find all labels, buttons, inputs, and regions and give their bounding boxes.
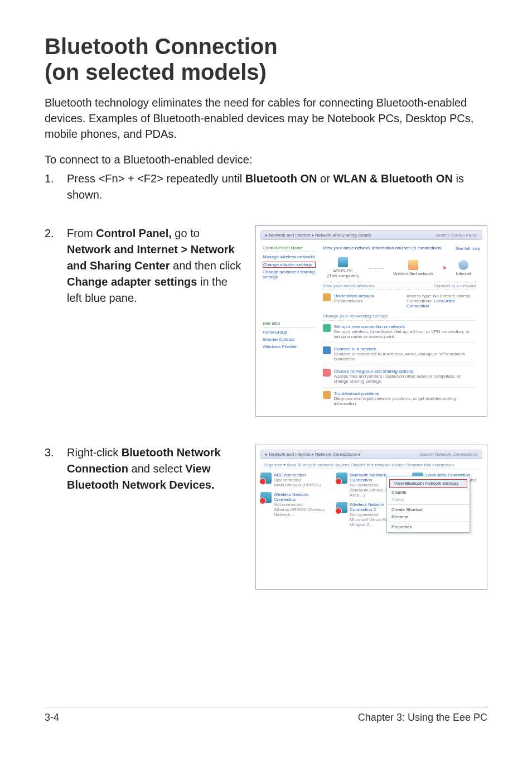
conn-label: Connections: (407, 298, 433, 303)
ctx-divider (387, 504, 470, 505)
computer-icon (338, 257, 348, 267)
left-sidebar: Control Panel Home Manage wireless netwo… (260, 243, 318, 354)
step-2-row: 2. From Control Panel, go to Network and… (45, 225, 487, 417)
sidebar-header: Control Panel Home (263, 245, 316, 252)
ctx-properties[interactable]: Properties (387, 523, 470, 531)
step-3-t1: and select (128, 462, 185, 475)
breadcrumb[interactable]: ▸ Network and Internet ▸ Network and Sha… (265, 233, 371, 238)
active-type: Public network (334, 298, 403, 303)
node-internet: Internet (456, 260, 471, 276)
screenshot-network-connections: ▸ Network and Internet ▸ Network Connect… (255, 445, 487, 590)
step-3-pre: Right-click (67, 446, 122, 459)
section-troubleshoot[interactable]: Troubleshoot problemsDiagnose and repair… (323, 387, 476, 409)
active-network-block: Unidentified network Public network Acce… (323, 290, 476, 312)
sidebar-link-manage-wireless[interactable]: Manage wireless networks (263, 254, 316, 260)
address-bar[interactable]: ▸ Network and Internet ▸ Network and Sha… (260, 230, 482, 240)
see-also-internet-options[interactable]: Internet Options (263, 337, 316, 343)
page-title: Bluetooth Connection (on selected models… (45, 33, 487, 85)
sec1-d: Set up a wireless, broadband, dial-up, a… (334, 329, 476, 339)
step-2-body: From Control Panel, go to Network and In… (67, 225, 245, 306)
step-2-text: 2. From Control Panel, go to Network and… (45, 225, 245, 312)
homegroup-icon (323, 369, 331, 377)
screenshot-network-sharing-center: ▸ Network and Internet ▸ Network and Sha… (255, 225, 487, 417)
ctx-view-bluetooth-devices[interactable]: View Bluetooth Network Devices (389, 479, 467, 488)
step-2-t2: and then click (170, 259, 241, 272)
network-map: ASUS-PC (This computer) ― ― ― Unidentifi… (323, 254, 476, 282)
network-icon (408, 260, 418, 270)
connect-icon (323, 346, 331, 354)
page-footer: 3-4 Chapter 3: Using the Eee PC (45, 707, 487, 724)
step-1-pre: Press <Fn> + <F2> repeatedly until (67, 172, 245, 185)
access-val: No Internet access (433, 293, 471, 298)
see-also-firewall[interactable]: Windows Firewall (263, 344, 316, 350)
ctx-status: Status (387, 496, 470, 503)
toolbar[interactable]: Organize ▾ View Bluetooth network device… (260, 461, 482, 469)
search-field-2[interactable]: Search Network Connections (419, 452, 477, 457)
title-line-2: (on selected models) (45, 60, 267, 84)
node-3-label: Internet (456, 271, 471, 276)
c1-h: ABC connection (274, 472, 321, 478)
step-1-bold-1: Bluetooth ON (245, 172, 317, 185)
see-also-header: See also (263, 321, 316, 327)
step-2-pre: From (67, 227, 96, 239)
section-connect[interactable]: Connect to a networkConnect or reconnect… (323, 343, 476, 365)
step-1: 1. Press <Fn> + <F2> repeatedly until Bl… (45, 171, 487, 203)
sec2-h: Connect to a network (334, 346, 476, 351)
c1-d2: WAN Miniport (PPPOE) (274, 483, 321, 488)
troubleshoot-icon (323, 391, 331, 399)
step-3-text: 3. Right-click Bluetooth Network Connect… (45, 445, 245, 499)
ctx-shortcut[interactable]: Create Shortcut (387, 506, 470, 513)
sec3-h: Choose homegroup and sharing options (334, 369, 476, 374)
change-settings-header: Change your networking settings (323, 312, 476, 320)
x-icon: ✕ (443, 266, 447, 271)
breadcrumb-2[interactable]: ▸ Network and Internet ▸ Network Connect… (265, 452, 361, 457)
conn-wireless[interactable]: Wireless Network ConnectionNot connected… (260, 492, 331, 517)
intro-paragraph: Bluetooth technology eliminates the need… (45, 95, 487, 142)
globe-icon (458, 260, 468, 270)
page-number: 3-4 (45, 712, 59, 724)
step-1-body: Press <Fn> + <F2> repeatedly until Bluet… (67, 171, 487, 203)
node-this-pc: ASUS-PC (This computer) (327, 257, 359, 278)
step-3-row: 3. Right-click Bluetooth Network Connect… (45, 445, 487, 590)
c4-d2: Atheros AR9285 Wireless Network… (274, 507, 331, 517)
step-2-t1: go to (172, 227, 200, 239)
c4-d: Not connected (274, 502, 331, 507)
search-field[interactable]: Search Control Panel (435, 233, 477, 238)
dash-1: ― ― ― (368, 266, 384, 271)
step-3-body: Right-click Bluetooth Network Connection… (67, 445, 245, 493)
c1-d: Disconnected (274, 478, 321, 483)
view-active-row: View your active networks Connect to a n… (323, 282, 476, 290)
see-also-homegroup[interactable]: HomeGroup (263, 330, 316, 335)
connect-heading: To connect to a Bluetooth-enabled device… (45, 152, 487, 167)
active-name: Unidentified network (334, 293, 403, 298)
title-line-1: Bluetooth Connection (45, 34, 278, 59)
main-pane: View your basic network information and … (320, 243, 480, 412)
ctx-divider-2 (387, 522, 470, 522)
sec2-d: Connect or reconnect to a wireless, wire… (334, 351, 476, 361)
address-bar-2[interactable]: ▸ Network and Internet ▸ Network Connect… (260, 450, 482, 459)
main-title: View your basic network information and … (323, 245, 476, 250)
step-1-number: 1. (45, 171, 67, 203)
step-1-mid: or (317, 172, 333, 185)
view-active-label: View your active networks (323, 283, 374, 288)
node-1-sub: (This computer) (327, 273, 359, 278)
step-2-b3: Change adapter settings (67, 276, 197, 288)
chapter-label: Chapter 3: Using the Eee PC (358, 712, 487, 724)
setup-icon (323, 324, 331, 332)
wifi-icon-2 (336, 502, 347, 513)
sec1-h: Set up a new connection or network (334, 324, 476, 329)
sidebar-link-advanced-sharing[interactable]: Change advanced sharing settings (263, 269, 316, 280)
sec3-d: Access files and printers located on oth… (334, 374, 476, 384)
connect-network-link[interactable]: Connect to a network (434, 283, 476, 288)
access-label: Access type: (407, 293, 432, 298)
conn-abc[interactable]: ABC connectionDisconnectedWAN Miniport (… (260, 472, 331, 488)
context-menu: View Bluetooth Network Devices Disable S… (386, 476, 470, 533)
sec4-d: Diagnose and repair network problems, or… (334, 396, 476, 406)
ctx-disable[interactable]: Disable (387, 489, 470, 496)
see-full-map-link[interactable]: See full map (456, 246, 480, 251)
node-2-label: Unidentified network (393, 271, 433, 276)
section-setup[interactable]: Set up a new connection or networkSet up… (323, 320, 476, 343)
section-homegroup[interactable]: Choose homegroup and sharing optionsAcce… (323, 365, 476, 387)
ctx-rename[interactable]: Rename (387, 513, 470, 520)
sidebar-link-change-adapter[interactable]: Change adapter settings (263, 262, 316, 268)
